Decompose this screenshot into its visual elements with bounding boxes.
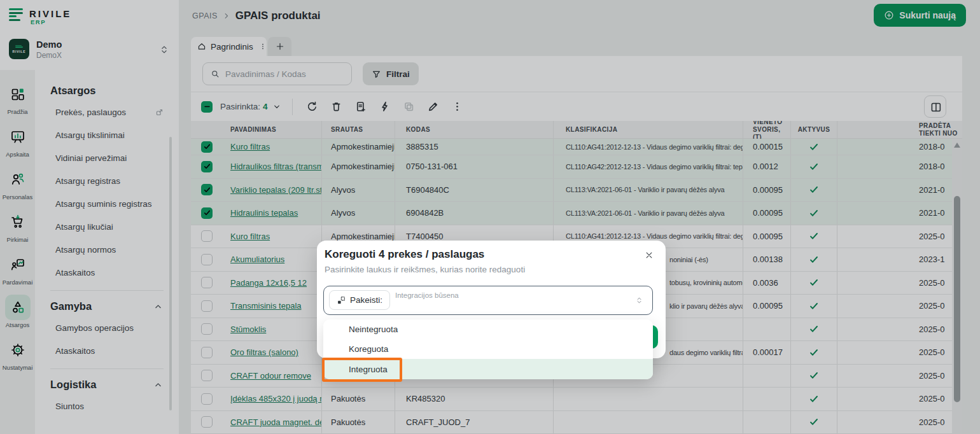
modal-title: Koreguoti 4 prekes / paslaugas bbox=[325, 248, 484, 261]
select-updown-icon bbox=[636, 295, 643, 306]
app-window: RIVILE ERP RIVILE Demo DemoX PradžiaApsk… bbox=[0, 0, 980, 434]
option-koreguota[interactable]: Koreguota bbox=[323, 339, 653, 359]
field-label: Integracijos būsena bbox=[395, 291, 459, 299]
chip-label: Pakeisti: bbox=[350, 295, 382, 305]
option-neintegruota[interactable]: Neintegruota bbox=[323, 319, 653, 339]
option-label: Koreguota bbox=[349, 344, 388, 354]
field-select[interactable]: Pakeisti: Integracijos būsena bbox=[323, 286, 653, 315]
annotation-highlight-box bbox=[322, 358, 402, 382]
pakeisti-chip[interactable]: Pakeisti: bbox=[329, 290, 390, 310]
modal-subtitle: Pasirinkite laukus ir reikšmes, kurias n… bbox=[325, 265, 525, 274]
replace-icon bbox=[337, 296, 346, 305]
option-label: Neintegruota bbox=[349, 325, 398, 334]
close-icon[interactable] bbox=[645, 251, 654, 260]
